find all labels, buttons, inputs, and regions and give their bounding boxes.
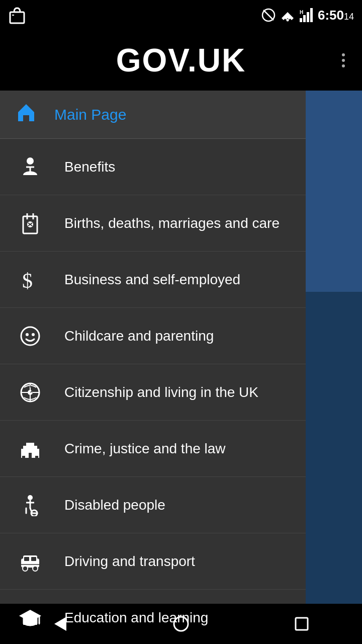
education-label: Education and learning: [64, 610, 208, 626]
more-options-button[interactable]: [337, 48, 350, 72]
svg-point-42: [33, 566, 38, 571]
childcare-icon: [14, 320, 46, 352]
svg-rect-0: [10, 12, 24, 23]
signal-icon: H: [300, 8, 314, 22]
main-page-label: Main Page: [54, 106, 126, 123]
svg-rect-7: [300, 18, 302, 22]
nav-item-citizenship[interactable]: Citizenship and living in the UK: [0, 364, 306, 421]
crime-icon: [14, 433, 46, 465]
disabled-icon: [14, 489, 46, 521]
bag-icon: [8, 6, 26, 24]
business-icon: $: [14, 264, 46, 296]
crime-label: Crime, justice and the law: [64, 441, 226, 457]
driving-icon: [14, 545, 46, 578]
svg-marker-49: [38, 623, 40, 625]
main-page-item[interactable]: Main Page: [0, 91, 306, 139]
svg-point-41: [23, 566, 28, 571]
svg-point-6: [286, 19, 289, 22]
svg-rect-8: [303, 15, 306, 22]
nav-item-business[interactable]: $ Business and self-employed: [0, 252, 306, 308]
svg-text:H: H: [300, 10, 303, 15]
status-icons: H 6:5014: [261, 8, 354, 23]
wifi-icon: [280, 8, 296, 22]
disabled-label: Disabled people: [64, 497, 165, 513]
benefits-icon: [14, 151, 46, 183]
nav-item-education[interactable]: Education and learning: [0, 590, 306, 644]
births-icon: [14, 207, 46, 239]
benefits-label: Benefits: [64, 159, 115, 175]
svg-rect-33: [35, 456, 38, 460]
home-icon: [16, 102, 36, 127]
svg-point-20: [21, 327, 39, 345]
nav-item-births[interactable]: Births, deaths, marriages and care: [0, 195, 306, 252]
svg-rect-32: [22, 456, 25, 460]
app-bar: GOV.UK: [0, 30, 362, 91]
svg-point-12: [27, 157, 34, 165]
svg-text:$: $: [22, 269, 33, 291]
driving-label: Driving and transport: [64, 553, 195, 570]
status-bar-left: [8, 6, 26, 24]
svg-rect-47: [23, 622, 37, 625]
app-title: GOV.UK: [116, 42, 246, 79]
nav-item-disabled[interactable]: Disabled people: [0, 477, 306, 533]
business-label: Business and self-employed: [64, 272, 240, 288]
svg-rect-9: [307, 12, 309, 22]
svg-point-35: [28, 495, 33, 500]
svg-rect-44: [31, 557, 36, 561]
svg-rect-34: [29, 453, 32, 458]
svg-line-3: [263, 10, 274, 20]
citizenship-icon: [14, 376, 46, 409]
childcare-label: Childcare and parenting: [64, 328, 214, 344]
navigation-drawer: Main Page Benefits Births, deaths, marri…: [0, 91, 306, 604]
svg-rect-31: [26, 443, 34, 447]
nav-item-crime[interactable]: Crime, justice and the law: [0, 421, 306, 477]
nav-item-childcare[interactable]: Childcare and parenting: [0, 308, 306, 364]
svg-rect-10: [310, 8, 313, 22]
nav-item-benefits[interactable]: Benefits: [0, 139, 306, 195]
no-sim-icon: [261, 8, 276, 22]
citizenship-label: Citizenship and living in the UK: [64, 384, 258, 400]
svg-point-21: [26, 333, 29, 336]
scroll-indicator: [306, 91, 362, 292]
status-time: 6:5014: [318, 8, 354, 23]
births-label: Births, deaths, marriages and care: [64, 215, 280, 231]
nav-item-driving[interactable]: Driving and transport: [0, 533, 306, 590]
education-icon: [14, 602, 46, 634]
svg-point-22: [32, 333, 35, 336]
svg-rect-43: [24, 557, 29, 561]
status-bar: H 6:5014: [0, 0, 362, 30]
